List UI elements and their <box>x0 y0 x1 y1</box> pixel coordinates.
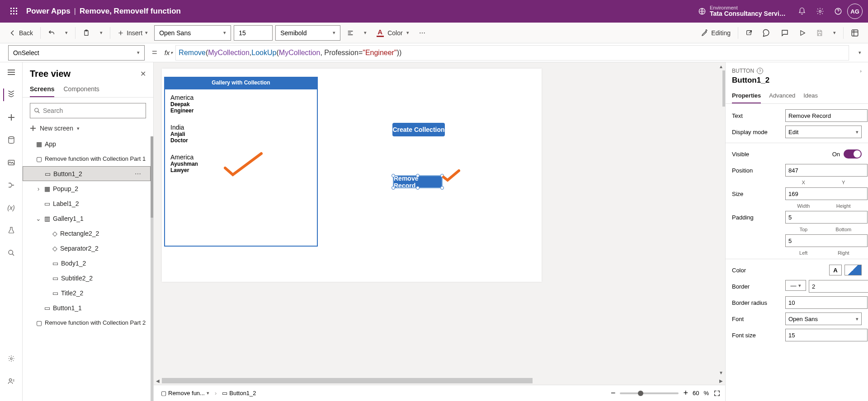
tree-node-body12[interactable]: ▭Body1_2 <box>23 256 151 270</box>
breadcrumb-control[interactable]: ▭ Button1_2 <box>219 389 259 397</box>
canvas-vscrollbar[interactable]: ▲▼ <box>717 62 725 377</box>
rail-tests-icon[interactable] <box>3 224 19 237</box>
node-more-icon[interactable]: ⋯ <box>135 170 146 177</box>
undo-button[interactable] <box>44 25 59 41</box>
formula-input[interactable]: Remove(MyCollection, LookUp(MyCollection… <box>175 45 849 61</box>
tab-components[interactable]: Components <box>63 82 99 97</box>
tree-scrollbar[interactable] <box>151 136 153 401</box>
help-icon[interactable]: ? <box>757 68 763 74</box>
rail-search-icon[interactable] <box>3 247 19 259</box>
resize-handle[interactable] <box>440 186 444 190</box>
fx-button[interactable]: fx▾ <box>162 49 176 56</box>
align-button[interactable] <box>343 25 358 41</box>
tree-node-popup2[interactable]: ›▦Popup_2 <box>23 181 151 196</box>
publish-dropdown[interactable]: ▾ <box>830 25 840 41</box>
prop-displaymode-select[interactable]: Edit▾ <box>785 126 862 138</box>
back-button[interactable]: Back <box>5 25 37 41</box>
prop-pad-top-input[interactable] <box>785 211 868 224</box>
close-icon[interactable]: ✕ <box>140 70 146 78</box>
rail-feedback-icon[interactable] <box>3 375 19 387</box>
property-select[interactable]: OnSelect ▾ <box>8 45 145 61</box>
rail-hamburger-icon[interactable] <box>3 66 19 79</box>
insert-button[interactable]: Insert ▾ <box>114 25 151 41</box>
font-color-button[interactable]: A Color ▾ <box>373 25 412 41</box>
rail-variables-icon[interactable]: (x) <box>3 201 19 214</box>
zoom-in-button[interactable]: + <box>683 388 688 398</box>
checker-button[interactable] <box>759 25 774 41</box>
new-screen-button[interactable]: New screen ▾ <box>23 122 153 136</box>
tree-node-button12[interactable]: ▭Button1_2⋯ <box>23 166 151 181</box>
environment-picker[interactable]: Environment Tata Consultancy Servic... <box>698 5 787 17</box>
notifications-icon[interactable] <box>793 2 811 20</box>
paste-dropdown[interactable]: ▾ <box>96 25 106 41</box>
prop-borderwidth-input[interactable] <box>809 280 868 293</box>
tree-node-title22[interactable]: ▭Title2_2 <box>23 285 151 300</box>
tree-node-screen1[interactable]: ▢Remove function with Collection Part 1 <box>23 151 151 166</box>
create-collection-button[interactable]: Create Collection <box>392 123 445 136</box>
prop-font-select[interactable]: Open Sans▾ <box>785 312 862 325</box>
search-input[interactable] <box>30 103 146 118</box>
remove-record-button[interactable]: Remove Record <box>394 176 442 187</box>
prop-fontsize-input[interactable] <box>785 329 868 341</box>
rail-flows-icon[interactable] <box>3 179 19 191</box>
zoom-slider[interactable] <box>620 392 679 394</box>
rail-media-icon[interactable] <box>3 156 19 169</box>
tree-node-subtitle22[interactable]: ▭Subtitle2_2 <box>23 270 151 285</box>
rail-data-icon[interactable] <box>3 134 19 146</box>
resize-handle[interactable] <box>416 174 420 177</box>
help-icon[interactable] <box>829 2 847 20</box>
rail-settings-icon[interactable] <box>3 352 19 365</box>
resize-handle[interactable] <box>392 186 395 190</box>
canvas-hscrollbar[interactable]: ◀▶ <box>154 377 725 385</box>
prop-borderstyle-select[interactable]: — ▾ <box>785 280 806 291</box>
settings-icon[interactable] <box>811 2 829 20</box>
tab-screens[interactable]: Screens <box>30 82 54 97</box>
fontsize-input[interactable]: 15 <box>234 25 273 41</box>
tree-node-gallery11[interactable]: ⌄▥Gallery1_1 <box>23 211 151 226</box>
waffle-icon[interactable] <box>5 3 23 20</box>
breadcrumb-screen[interactable]: ▢ Remove fun... ▾ <box>158 389 212 397</box>
prop-width-input[interactable] <box>785 187 868 200</box>
undo-dropdown[interactable]: ▾ <box>61 25 71 41</box>
prop-fillcolor-button[interactable] <box>844 265 862 275</box>
search-field[interactable] <box>43 107 142 114</box>
font-select[interactable]: Open Sans▾ <box>154 25 231 41</box>
resize-handle[interactable] <box>416 186 420 190</box>
tab-properties[interactable]: Properties <box>732 89 761 103</box>
app-name[interactable]: Power Apps <box>26 7 71 16</box>
paste-button[interactable] <box>79 25 94 41</box>
editing-mode-button[interactable]: Editing <box>698 25 734 41</box>
prop-text-input[interactable] <box>785 109 868 122</box>
avatar[interactable]: AG <box>847 4 863 19</box>
rail-insert-icon[interactable] <box>3 111 19 124</box>
canvas-viewport[interactable]: Gallery with Collection AmericaDeepakEng… <box>154 62 717 377</box>
comments-button[interactable] <box>777 25 793 41</box>
preview-button[interactable] <box>795 25 810 41</box>
tree-node-label12[interactable]: ▭Label1_2 <box>23 196 151 211</box>
tab-ideas[interactable]: Ideas <box>803 89 818 103</box>
tree-node-button11[interactable]: ▭Button1_1 <box>23 300 151 315</box>
zoom-out-button[interactable]: − <box>611 388 616 398</box>
prop-radius-input[interactable] <box>785 296 868 309</box>
resize-handle[interactable] <box>392 174 395 177</box>
rail-tree-icon[interactable] <box>3 89 19 101</box>
app-actions-button[interactable] <box>847 25 863 41</box>
fontweight-select[interactable]: Semibold▾ <box>275 25 340 41</box>
tree-node-sep22[interactable]: ◇Separator2_2 <box>23 241 151 256</box>
prop-textcolor-button[interactable]: A <box>829 265 842 275</box>
save-button[interactable] <box>812 25 827 41</box>
fit-to-screen-icon[interactable] <box>713 390 721 397</box>
more-button[interactable]: ⋯ <box>415 25 429 41</box>
expand-formula-button[interactable]: ▾ <box>852 50 868 56</box>
expand-panel-icon[interactable]: › <box>860 68 862 74</box>
tree-node-rect22[interactable]: ◇Rectangle2_2 <box>23 226 151 241</box>
prop-x-input[interactable] <box>785 164 868 177</box>
app-stage[interactable]: Gallery with Collection AmericaDeepakEng… <box>162 69 542 282</box>
tree-node-app[interactable]: ▦App <box>23 136 151 151</box>
tree-node-screen2[interactable]: ▢Remove function with Collection Part 2 <box>23 315 151 330</box>
align-dropdown[interactable]: ▾ <box>360 25 370 41</box>
prop-visible-toggle[interactable] <box>844 149 862 159</box>
prop-pad-left-input[interactable] <box>785 234 868 247</box>
tab-advanced[interactable]: Advanced <box>769 89 795 103</box>
share-button[interactable] <box>742 25 756 41</box>
